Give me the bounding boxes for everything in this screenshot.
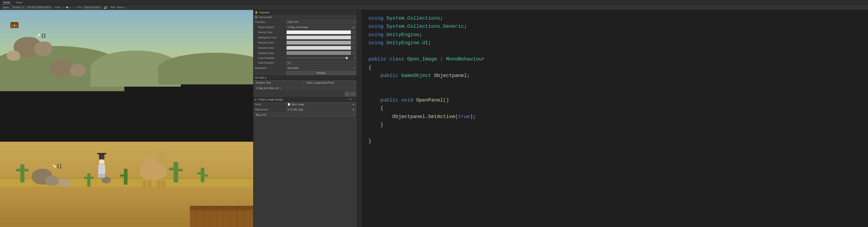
script-section-header[interactable]: ▶ # Open_Image (Script) ? ⚙ ⋮ <box>253 97 357 102</box>
highlighted-color-row: Highlighted Color ✎ <box>253 35 357 40</box>
runtime-only-dropdown[interactable]: Runtime Only ▾ <box>255 81 305 85</box>
objectpanel-icon: ⊞ <box>287 108 289 111</box>
disabled-color-swatch[interactable] <box>287 51 351 55</box>
transition-dropdown[interactable]: Color Tint ▾ <box>286 20 355 24</box>
add-listener-button[interactable]: + <box>345 91 350 97</box>
game-viewport[interactable]: ↗ 1 ↘ 2 <box>0 10 253 227</box>
disabled-color-pick[interactable]: ✎ <box>351 51 355 55</box>
camel <box>140 162 167 180</box>
interactable-checkbox[interactable] <box>255 15 258 18</box>
visualize-button[interactable]: Visualize <box>286 71 355 75</box>
script-section-chevron: ▶ <box>255 98 256 101</box>
transition-label: Transition <box>255 21 286 23</box>
chevron-down-icon-4: ▾ <box>353 21 354 23</box>
fade-duration-value: 0.1 <box>286 61 355 65</box>
fade-duration-row: Fade Duration 0.1 <box>253 60 357 66</box>
pressed-color-swatch[interactable] <box>287 41 351 44</box>
scene-tab[interactable]: Scene <box>1 0 12 4</box>
resolution-label: 4K UHD (3840x2160) <box>27 6 49 8</box>
normal-color-value: ✎ <box>286 30 355 34</box>
scale-slider-thumb[interactable] <box>66 6 68 8</box>
play-focused-dropdown[interactable]: Play Focused ▾ <box>84 6 101 9</box>
objectpanel-pick-icon[interactable]: ◉ <box>352 108 354 111</box>
script-more-btn[interactable]: ⋮ <box>353 98 355 101</box>
scale-value: 0.41x <box>76 6 82 8</box>
normal-color-field[interactable]: ✎ <box>286 30 355 34</box>
inspector-menu-btn[interactable]: ⋮ <box>352 11 355 14</box>
object-pick-icon[interactable]: ◉ <box>352 26 354 29</box>
pressed-color-field[interactable]: ✎ <box>286 41 355 45</box>
target-graphic-field[interactable]: ⊞ Bag_icon (Image) ◉ <box>286 25 355 29</box>
navigation-label: Navigation <box>255 67 286 69</box>
chevron-down-icon-6: ▾ <box>303 82 304 84</box>
selected-color-swatch[interactable] <box>287 46 351 50</box>
runtime-only-row: Runtime Only ▾ Open_Image.OpenPanel ▾ <box>253 80 357 85</box>
stats-button[interactable]: Stats <box>110 6 116 8</box>
color-multiplier-value-text: 1 <box>349 56 355 59</box>
fade-duration-input[interactable]: 0.1 <box>286 61 355 65</box>
navigation-dropdown[interactable]: Automatic ▾ <box>286 66 355 70</box>
selected-color-field[interactable]: ✎ <box>286 46 355 50</box>
bottom-label-row: Bag_icon ▾ <box>253 112 357 117</box>
script-value: 📄 Open_Image ◉ <box>286 102 355 106</box>
interactable-row: Interactable <box>253 15 357 20</box>
color-multiplier-label: Color Multiplier <box>255 56 286 59</box>
game-view-tab[interactable]: Game <box>1 6 10 9</box>
pressed-color-pick[interactable]: ✎ <box>351 41 355 44</box>
objectpanel-field[interactable]: ⊞ UI_Win_Bag ◉ <box>286 107 355 111</box>
more-options-icon[interactable]: ⋮ <box>126 6 128 8</box>
cactus-5 <box>199 168 203 182</box>
chevron-down-icon-3: ▾ <box>99 6 100 8</box>
highlighted-color-field[interactable]: ✎ <box>286 35 355 39</box>
listener-field[interactable]: ⊞ Bag_icon (Open_Im ⊙ <box>255 86 355 90</box>
remove-listener-button[interactable]: − <box>350 91 355 97</box>
normal-color-pick[interactable]: ✎ <box>351 31 355 34</box>
script-pick-icon[interactable]: ◉ <box>352 103 354 106</box>
game-toolbar: Game Display 1 ▾ 4K UHD (3840x2160) ▾ Sc… <box>0 5 868 10</box>
resolution-dropdown[interactable]: 4K UHD (3840x2160) ▾ <box>26 6 52 9</box>
inspector-panel: 🔒 Inspector ⋮ Interactable Transition Co… <box>253 10 357 227</box>
normal-color-swatch[interactable] <box>287 31 351 34</box>
code-panel: using System.Collections; using System.C… <box>362 10 868 227</box>
bottom-label-dropdown[interactable]: Bag_icon ▾ <box>255 113 355 117</box>
target-graphic-text: Bag_icon (Image) <box>290 26 308 29</box>
rock-lower-3 <box>59 178 70 187</box>
display-label: Display 1 <box>13 6 22 8</box>
script-help-btn[interactable]: ? <box>348 98 349 101</box>
inspector-panel-icons: ⋮ <box>352 11 355 14</box>
disabled-color-value: ✎ <box>286 51 355 55</box>
bottom-label-text: Bag_icon <box>256 113 266 116</box>
transition-row: Transition Color Tint ▾ <box>253 20 357 25</box>
top-toolbar: Scene Game <box>0 0 868 5</box>
open-panel-dropdown[interactable]: Open_Image.OpenPanel ▾ <box>306 81 355 85</box>
color-multiplier-slider[interactable]: 1 <box>286 56 355 59</box>
audio-icon[interactable]: 🔊 <box>103 6 107 9</box>
script-value-text: Open_Image <box>291 103 304 106</box>
highlighted-color-pick[interactable]: ✎ <box>351 36 355 39</box>
selected-color-row: Selected Color ✎ <box>253 45 357 50</box>
fade-duration-label: Fade Duration <box>255 62 286 64</box>
chest-icon <box>10 24 19 30</box>
chevron-down-icon-5: ▾ <box>353 67 354 69</box>
onclick-label: On Click () <box>255 76 267 79</box>
navigation-value: Automatic ▾ <box>286 66 355 70</box>
lock-icon[interactable]: 🔒 <box>255 11 258 14</box>
chevron-down-icon-2: ▾ <box>50 6 51 8</box>
gizmos-button[interactable]: Gizmos <box>117 6 125 8</box>
selected-color-pick[interactable]: ✎ <box>351 46 355 50</box>
rock-mid-1 <box>50 60 72 76</box>
disabled-color-field[interactable]: ✎ <box>286 51 355 55</box>
listener-pick-icon[interactable]: ⊙ <box>280 87 281 89</box>
display-dropdown[interactable]: Display 1 ▾ <box>11 6 25 9</box>
script-row: Script 📄 Open_Image ◉ <box>253 102 357 107</box>
highlighted-color-swatch[interactable] <box>287 36 351 39</box>
slider-thumb-1[interactable] <box>346 57 348 59</box>
scale-slider[interactable] <box>62 7 75 8</box>
script-field[interactable]: 📄 Open_Image ◉ <box>286 102 355 106</box>
pressed-color-row: Pressed Color ✎ <box>253 40 357 45</box>
game-tab[interactable]: Game <box>14 1 24 4</box>
rock-large-2 <box>34 41 52 56</box>
arrow-2: ↘ 2 <box>52 163 61 169</box>
target-graphic-row: Target Graphic ⊞ Bag_icon (Image) ◉ <box>253 25 357 30</box>
script-settings-btn[interactable]: ⚙ <box>350 98 352 101</box>
